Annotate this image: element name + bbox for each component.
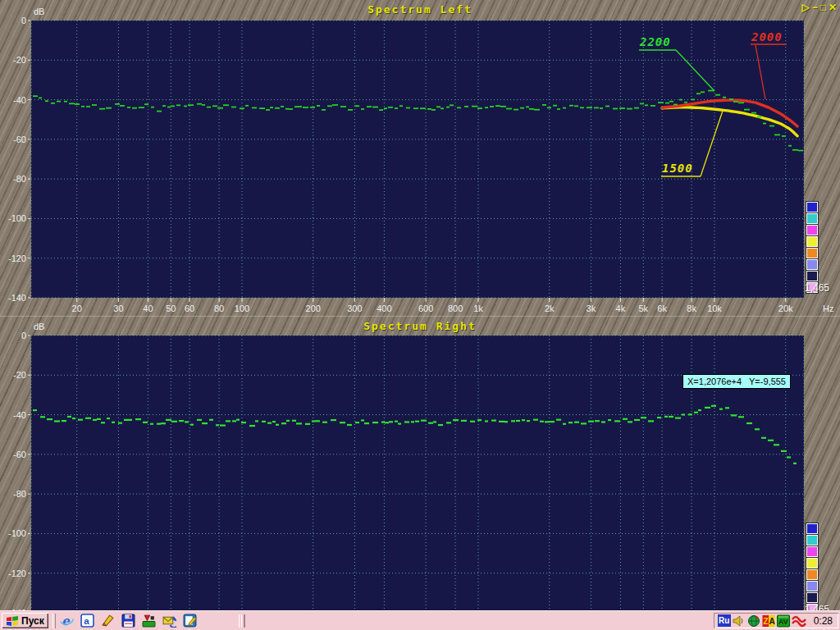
y-tick-label: -60 — [13, 135, 26, 144]
volume-mixer-icon[interactable] — [142, 614, 156, 628]
start-label: Пуск — [21, 615, 44, 627]
legend-swatch[interactable] — [806, 546, 818, 557]
window-spectrum-right: 0-20-40-60-80-100-120-140dB Spectrum Rig… — [0, 316, 840, 630]
x-tick-label: 300 — [347, 304, 362, 313]
x-tick-label: 2k — [545, 304, 555, 313]
svg-text:Z: Z — [763, 617, 768, 626]
internet-explorer-icon[interactable]: e — [60, 614, 74, 628]
run-icon[interactable]: ▷ — [801, 2, 809, 13]
volume-icon[interactable] — [733, 614, 746, 628]
x-tick-label: 200 — [306, 304, 321, 313]
x-tick-label: 10k — [707, 304, 722, 313]
legend-swatch[interactable] — [806, 535, 818, 546]
legend-swatch[interactable] — [806, 581, 818, 591]
legend-swatch[interactable] — [806, 523, 818, 534]
paintbrush-icon[interactable] — [101, 614, 115, 628]
quick-launch-bar: e a — [60, 614, 197, 628]
x-tick-label: 4k — [616, 304, 626, 313]
taskbar-separator — [52, 614, 56, 628]
y-tick-label: -40 — [13, 95, 26, 105]
outlook-mail-icon[interactable] — [162, 614, 176, 628]
close-icon[interactable]: ✕ — [829, 2, 837, 13]
y-tick-label: -20 — [13, 370, 26, 380]
save-floppy-icon[interactable] — [121, 614, 135, 628]
annotation-label: 1500 — [662, 162, 693, 175]
svg-text:e: e — [62, 614, 71, 628]
svg-text:a: a — [84, 615, 89, 626]
annotation-label: 2000 — [751, 30, 783, 43]
messenger-a-icon[interactable]: a — [80, 614, 94, 628]
x-tick-label: 5k — [638, 304, 648, 313]
y-tick-label: -20 — [13, 55, 26, 65]
start-button[interactable]: Пуск — [2, 613, 48, 628]
y-tick-label: -80 — [13, 489, 26, 499]
x-tick-label: 8k — [687, 304, 696, 313]
y-tick-label: -80 — [13, 174, 26, 184]
x-tick-label: 60 — [185, 304, 194, 313]
modem-icon[interactable] — [792, 614, 806, 628]
legend-swatch[interactable] — [806, 259, 818, 270]
language-indicator[interactable]: Ru — [718, 614, 731, 627]
legend-swatch[interactable] — [806, 248, 818, 258]
y-tick-label: -140 — [8, 293, 26, 303]
system-tray: Ru Z A AV — [714, 613, 838, 628]
zonealarm-icon[interactable]: Z A — [762, 614, 775, 628]
y-tick-label: -120 — [8, 253, 26, 263]
y-tick-label: -100 — [8, 213, 26, 223]
windows-logo-icon — [6, 615, 19, 627]
x-tick-label: 800 — [448, 304, 463, 313]
x-tick-label: 400 — [377, 304, 391, 313]
legend-swatch[interactable] — [806, 202, 818, 212]
x-tick-label: 1k — [473, 304, 483, 313]
legend-swatch[interactable] — [806, 558, 818, 568]
window-spectrum-left: 0-20-40-60-80-100-120-140dB2030405060801… — [0, 0, 840, 316]
x-tick-label: 50 — [166, 304, 176, 313]
fft-resolution-value: 1,465 — [805, 282, 829, 294]
legend-swatch[interactable] — [806, 225, 818, 235]
y-tick-label: -100 — [8, 528, 26, 538]
x-tick-label: 6k — [657, 304, 667, 313]
svg-text:A: A — [769, 617, 774, 626]
color-legend — [806, 523, 819, 615]
legend-swatch[interactable] — [806, 271, 818, 281]
spectrum-right-plot[interactable]: 0-20-40-60-80-100-120-140dB — [0, 317, 840, 630]
svg-text:AV: AV — [778, 618, 788, 626]
window-controls: ▷ − □ ✕ — [801, 2, 837, 13]
annotation-label: 2200 — [639, 35, 671, 48]
x-axis-unit: Hz — [823, 304, 833, 313]
y-tick-label: -60 — [13, 450, 26, 459]
taskbar: Пуск e a — [0, 610, 840, 630]
x-tick-label: 600 — [418, 304, 433, 313]
taskbar-drag-handle[interactable] — [239, 614, 245, 628]
maximize-icon[interactable]: □ — [820, 2, 826, 13]
x-tick-label: 40 — [143, 304, 153, 313]
legend-swatch[interactable] — [806, 236, 818, 247]
cursor-readout: X=1,2076e+4 Y=-9,555 — [682, 374, 791, 389]
x-tick-label: 100 — [235, 304, 249, 313]
x-tick-label: 20k — [778, 304, 793, 313]
x-tick-label: 80 — [214, 304, 224, 313]
antivirus-icon[interactable]: AV — [777, 614, 790, 628]
legend-swatch[interactable] — [806, 569, 818, 580]
network-globe-icon[interactable] — [747, 614, 760, 628]
legend-swatch[interactable] — [806, 213, 818, 224]
desktop: 0-20-40-60-80-100-120-140dB2030405060801… — [0, 0, 840, 630]
y-tick-label: 0 — [21, 16, 26, 25]
window-title: Spectrum Right — [0, 320, 840, 332]
color-legend — [806, 202, 819, 294]
window-title: Spectrum Left — [0, 3, 840, 16]
x-tick-label: 20 — [72, 304, 82, 313]
notes-editor-icon[interactable] — [183, 614, 197, 628]
y-tick-label: -40 — [13, 410, 26, 420]
minimize-icon[interactable]: − — [812, 2, 818, 13]
x-tick-label: 3k — [587, 304, 596, 313]
legend-swatch[interactable] — [806, 592, 818, 603]
x-tick-label: 30 — [113, 304, 123, 313]
clock[interactable]: 0:28 — [814, 615, 833, 627]
spectrum-left-plot[interactable]: 0-20-40-60-80-100-120-140dB2030405060801… — [0, 0, 840, 316]
y-tick-label: -120 — [8, 568, 26, 578]
